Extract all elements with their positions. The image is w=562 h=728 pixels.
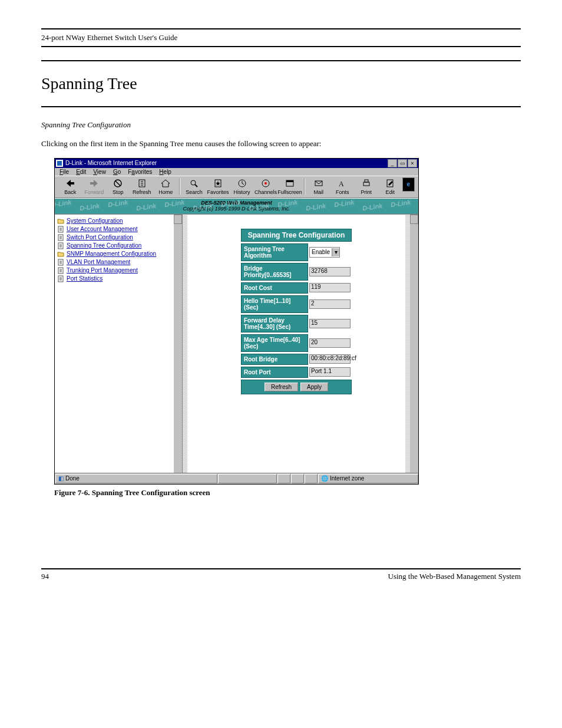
- panel-row-0: Spanning Tree AlgorithmEnable▾: [241, 243, 352, 261]
- status-empty-3: [291, 474, 304, 483]
- page-number: 94: [41, 572, 49, 581]
- footer-section: Using the Web-Based Management System: [388, 572, 521, 581]
- toolbar-edit[interactable]: Edit: [378, 177, 402, 196]
- row-label: Forward Delay Time[4..30] (Sec): [241, 315, 308, 332]
- home-icon: [160, 179, 171, 188]
- panel-row-3: Hello Time[1..10] (Sec)2: [241, 295, 352, 313]
- brand-banner: DES-5200 Web Management Copyright (c) 19…: [55, 198, 418, 215]
- toolbar-fullscreen[interactable]: Fullscreen: [277, 177, 302, 196]
- toolbar-forward: Forward: [82, 177, 105, 196]
- panel-row-7: Root PortPort 1.1: [241, 367, 352, 378]
- toolbar-refresh[interactable]: Refresh: [130, 177, 153, 196]
- toolbar-history[interactable]: History: [230, 177, 253, 196]
- field-3[interactable]: 2: [309, 299, 351, 309]
- sidebar-item-7[interactable]: Port Statistics: [57, 275, 180, 283]
- forward-icon: [88, 179, 100, 188]
- section-title: Spanning Tree: [41, 74, 521, 93]
- field-5[interactable]: 20: [309, 338, 351, 348]
- panel-button-row: Refresh Apply: [241, 380, 352, 394]
- svg-rect-12: [286, 180, 293, 182]
- stop-icon: [112, 179, 124, 188]
- rule: [41, 60, 521, 61]
- edit-icon: [384, 179, 396, 188]
- svg-rect-16: [365, 180, 368, 182]
- page-icon: [57, 267, 64, 274]
- toolbar-home[interactable]: Home: [154, 177, 177, 196]
- page-icon: [57, 234, 64, 241]
- watermark: D-Link: [79, 202, 100, 212]
- page-header: 24-port NWay Ethernet Switch User's Guid…: [41, 28, 521, 47]
- ie-status-icon: ◧: [58, 475, 64, 482]
- sidebar-item-0[interactable]: System Configuration: [57, 217, 180, 225]
- row-label: Root Cost: [241, 282, 308, 294]
- channels-icon: [260, 179, 272, 188]
- svg-line-5: [195, 185, 197, 187]
- sidebar-item-3[interactable]: Spanning Tree Configuration: [57, 242, 180, 250]
- sidebar-item-1[interactable]: User Account Management: [57, 225, 180, 233]
- apply-button[interactable]: Apply: [300, 383, 328, 391]
- watermark: D-Link: [164, 198, 185, 208]
- maximize-button[interactable]: ▭: [398, 159, 407, 167]
- field-4[interactable]: 15: [309, 319, 351, 328]
- toolbar-channels[interactable]: Channels: [254, 177, 277, 196]
- menu-help[interactable]: Help: [159, 169, 171, 175]
- svg-point-4: [191, 180, 196, 185]
- folder-icon: [57, 251, 64, 258]
- window-title: D-Link - Microsoft Internet Explorer: [65, 160, 157, 166]
- row-label: Root Bridge: [241, 354, 308, 365]
- sidebar-scrollbar[interactable]: [174, 215, 182, 473]
- watermark: D-Link: [55, 198, 72, 208]
- toolbar-stop[interactable]: Stop: [106, 177, 130, 196]
- history-icon: [236, 179, 248, 188]
- section-paragraph: Clicking on the first item in the Spanni…: [41, 138, 521, 150]
- status-empty-4: [305, 474, 318, 483]
- watermark: D-Link: [305, 202, 326, 212]
- watermark: D-Link: [418, 202, 418, 214]
- panel-row-2: Root Cost119: [241, 282, 352, 294]
- menu-favorites[interactable]: Favorites: [128, 169, 152, 175]
- ie-logo-icon: e: [402, 177, 415, 192]
- field-1[interactable]: 32768: [309, 267, 351, 276]
- row-label: Max Age Time[6..40] (Sec): [241, 334, 308, 352]
- toolbar-print[interactable]: Print: [355, 177, 378, 196]
- main-scrollbar[interactable]: [410, 215, 418, 473]
- toolbar-mail[interactable]: Mail: [307, 177, 330, 196]
- stp-algorithm-select[interactable]: Enable▾: [309, 247, 340, 258]
- sidebar-item-5[interactable]: VLAN Port Management: [57, 258, 180, 266]
- menu-go[interactable]: Go: [113, 169, 121, 175]
- row-label: Hello Time[1..10] (Sec): [241, 295, 308, 313]
- toolbar-back[interactable]: Back: [58, 177, 82, 196]
- close-button[interactable]: ×: [408, 159, 417, 167]
- toolbar-search[interactable]: Search: [182, 177, 206, 196]
- page-icon: [57, 242, 64, 249]
- row-label: Bridge Priority[0..65535]: [241, 263, 308, 281]
- sidebar-item-6[interactable]: Trunking Port Management: [57, 266, 180, 275]
- status-left: ◧ Done: [55, 474, 217, 483]
- page-icon: [57, 259, 64, 266]
- svg-line-2: [115, 181, 120, 186]
- search-icon: [189, 179, 200, 188]
- refresh-button[interactable]: Refresh: [265, 383, 298, 391]
- sidebar-item-4[interactable]: SNMP Management Configuration: [57, 250, 180, 258]
- watermark: D-Link: [333, 198, 355, 208]
- svg-rect-15: [363, 182, 369, 186]
- figure-caption: Figure 7-6. Spanning Tree Configuration …: [54, 488, 521, 498]
- sidebar-item-2[interactable]: Switch Port Configuration: [57, 233, 180, 242]
- favorites-icon: [212, 179, 224, 188]
- menu-file[interactable]: File: [59, 169, 69, 175]
- rule: [41, 106, 521, 107]
- status-empty-2: [277, 474, 290, 483]
- toolbar: BackForwardStopRefreshHomeSearchFavorite…: [55, 176, 418, 198]
- page-footer: 94 Using the Web-Based Management System: [41, 568, 521, 581]
- menu-edit[interactable]: Edit: [76, 169, 86, 175]
- panel-row-6: Root Bridge00:80:c8:2d:89:cf: [241, 354, 352, 365]
- content-area: System ConfigurationUser Account Managem…: [55, 215, 418, 473]
- toolbar-fonts[interactable]: AFonts: [330, 177, 354, 196]
- doc-title: 24-port NWay Ethernet Switch User's Guid…: [41, 33, 177, 42]
- panel-row-4: Forward Delay Time[4..30] (Sec)15: [241, 315, 352, 332]
- print-icon: [361, 179, 372, 188]
- toolbar-favorites[interactable]: Favorites: [206, 177, 230, 196]
- svg-text:A: A: [339, 180, 344, 188]
- minimize-button[interactable]: _: [388, 159, 397, 167]
- menu-view[interactable]: View: [93, 169, 106, 175]
